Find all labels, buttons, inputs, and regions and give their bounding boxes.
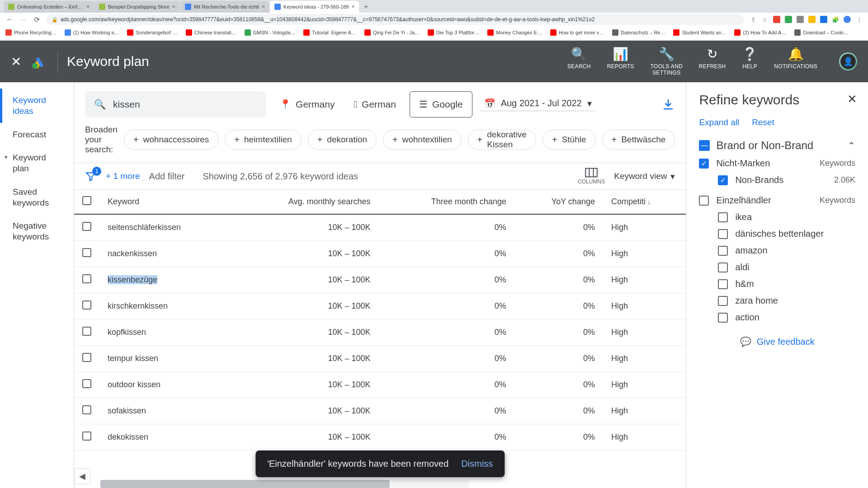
checkbox[interactable] — [718, 229, 728, 239]
checkbox-checked[interactable]: ✓ — [699, 159, 709, 169]
col-yoy[interactable]: YoY change — [514, 190, 603, 214]
extension-icon[interactable] — [820, 16, 827, 23]
checkbox[interactable] — [699, 196, 709, 206]
nav-item[interactable]: Negative keywords — [0, 214, 74, 249]
reload-button[interactable]: ⟳ — [33, 15, 41, 23]
facet-item-retailer[interactable]: amazon — [718, 245, 855, 256]
search-action[interactable]: 🔍SEARCH — [567, 47, 591, 70]
download-button[interactable] — [661, 98, 675, 111]
network-chip[interactable]: ☰ Google — [410, 91, 472, 117]
broaden-pill[interactable]: +wohnaccessoires — [124, 130, 218, 150]
bookmark-item[interactable]: Student Wants an… — [673, 29, 726, 36]
broaden-pill[interactable]: +dekoration — [308, 130, 377, 150]
broaden-pill[interactable]: +wohntextilien — [383, 130, 462, 150]
table-row[interactable]: nackenkissen 10K – 100K 0% 0% High — [74, 241, 686, 267]
extension-icon[interactable] — [808, 16, 816, 23]
checkbox[interactable] — [718, 296, 728, 306]
row-checkbox[interactable] — [82, 222, 91, 231]
language-chip[interactable]: 🊮 German — [348, 99, 401, 110]
bookmark-item[interactable]: Phone Recycling… — [5, 29, 57, 36]
bookmark-item[interactable]: Tutorial: Eigene A… — [303, 29, 356, 36]
checkbox[interactable] — [718, 246, 728, 256]
row-checkbox[interactable] — [82, 379, 91, 388]
date-range-chip[interactable]: 📅 Aug 2021 - Jul 2022 ▾ — [481, 98, 595, 111]
expand-all-link[interactable]: Expand all — [699, 117, 739, 127]
checkbox-checked[interactable]: ✓ — [718, 175, 728, 185]
view-selector[interactable]: Keyword view ▾ — [614, 171, 675, 182]
facet-item-retailer[interactable]: dänisches bettenlager — [718, 229, 855, 239]
extension-icon[interactable] — [785, 16, 792, 23]
search-term-chip[interactable]: 🔍 kissen — [85, 91, 266, 117]
row-checkbox[interactable] — [82, 248, 91, 257]
extension-icon[interactable] — [773, 16, 780, 23]
bookmark-item[interactable]: Qing Fei De Yi - Ja… — [364, 29, 420, 36]
browser-tab[interactable]: Mit Recherche-Tools die richti× — [180, 1, 269, 13]
broaden-pill[interactable]: +dekorative Kissen — [468, 130, 536, 150]
refresh-action[interactable]: ↻REFRESH — [699, 47, 726, 70]
help-action[interactable]: ❔HELP — [742, 47, 758, 70]
extensions-menu-icon[interactable]: 🧩 — [832, 16, 839, 23]
horizontal-scrollbar[interactable] — [100, 480, 469, 488]
close-icon[interactable]: × — [86, 4, 90, 10]
location-chip[interactable]: 📍 Germany — [274, 99, 340, 110]
checkbox[interactable] — [718, 279, 728, 289]
add-filter-button[interactable]: Add filter — [149, 171, 185, 182]
account-avatar[interactable]: 👤 — [839, 52, 857, 70]
checkbox[interactable] — [718, 263, 728, 272]
browser-tab[interactable]: Onlineshop Erstellen – Einfach× — [4, 1, 94, 13]
table-row[interactable]: dekokissen 10K – 100K 0% 0% High — [74, 424, 686, 450]
bookmark-item[interactable]: Die Top 3 Plattfor… — [428, 29, 479, 36]
row-checkbox[interactable] — [82, 432, 91, 441]
table-row[interactable]: outdoor kissen 10K – 100K 0% 0% High — [74, 372, 686, 398]
star-icon[interactable]: ☆ — [761, 16, 769, 23]
profile-avatar-icon[interactable] — [844, 16, 851, 23]
reset-link[interactable]: Reset — [752, 117, 774, 127]
page-prev-button[interactable]: ◀ — [74, 468, 90, 484]
url-input[interactable]: 🔒ads.google.com/aw/keywordplanner/ideas/… — [46, 14, 744, 25]
facet-item-retailer[interactable]: zara home — [718, 296, 855, 306]
table-row[interactable]: kopfkissen 10K – 100K 0% 0% High — [74, 319, 686, 346]
tools-action[interactable]: 🔧TOOLS AND SETTINGS — [651, 47, 683, 76]
columns-button[interactable]: COLUMNS — [578, 168, 605, 185]
close-icon[interactable]: × — [351, 4, 354, 10]
col-competition[interactable]: Competiti↓ — [603, 190, 686, 214]
row-checkbox[interactable] — [82, 327, 91, 336]
bookmark-item[interactable]: Download – Cooki… — [794, 29, 848, 36]
bookmark-item[interactable]: Money Changes E… — [487, 29, 542, 36]
table-row[interactable]: kirschkernkissen 10K – 100K 0% 0% High — [74, 293, 686, 319]
broaden-pill[interactable]: +Stühle — [542, 130, 596, 150]
table-row[interactable]: kissenbezüge 10K – 100K 0% 0% High — [74, 267, 686, 293]
back-button[interactable]: ← — [5, 15, 14, 23]
select-all-checkbox[interactable] — [82, 196, 91, 205]
checkbox[interactable] — [718, 313, 728, 323]
table-row[interactable]: sofakissen 10K – 100K 0% 0% High — [74, 398, 686, 424]
broaden-pill[interactable]: +heimtextilien — [225, 130, 301, 150]
nav-item[interactable]: Forecast — [0, 123, 74, 146]
row-checkbox[interactable] — [82, 274, 91, 283]
more-filters-link[interactable]: + 1 more — [106, 171, 140, 181]
close-button[interactable]: ✕ — [11, 54, 21, 69]
notifications-action[interactable]: 🔔NOTIFICATIONS — [774, 47, 817, 70]
row-checkbox[interactable] — [82, 405, 91, 414]
facet-header[interactable]: — Brand or Non-Brand ⌃ — [699, 139, 855, 152]
new-tab-button[interactable]: + — [359, 1, 372, 13]
toast-dismiss-button[interactable]: Dismiss — [461, 459, 493, 469]
table-row[interactable]: seitenschläferkissen 10K – 100K 0% 0% Hi… — [74, 214, 686, 241]
facet-group-nicht-marken[interactable]: ✓ Nicht-Marken Keywords — [699, 158, 855, 169]
col-keyword[interactable]: Keyword — [99, 190, 232, 214]
close-icon[interactable]: × — [262, 4, 265, 10]
browser-tab[interactable]: Beispiel Dropshipping Store× — [94, 1, 180, 13]
give-feedback-button[interactable]: 💬 Give feedback — [699, 336, 855, 347]
extension-icon[interactable] — [797, 16, 804, 23]
row-checkbox[interactable] — [82, 353, 91, 362]
broaden-pill[interactable]: +Bettwäsche — [602, 130, 675, 150]
row-checkbox[interactable] — [82, 300, 91, 310]
kebab-menu-icon[interactable]: ⋮ — [855, 16, 863, 23]
table-row[interactable]: tempur kissen 10K – 100K 0% 0% High — [74, 346, 686, 372]
nav-item[interactable]: Keyword ideas — [0, 89, 74, 123]
bookmark-item[interactable]: Sonderangebot! … — [127, 29, 177, 36]
facet-item-retailer[interactable]: action — [718, 312, 855, 323]
checkbox[interactable] — [718, 212, 728, 222]
nav-item[interactable]: Saved keywords — [0, 180, 74, 215]
bookmark-item[interactable]: (2) How To Add A… — [734, 29, 786, 36]
